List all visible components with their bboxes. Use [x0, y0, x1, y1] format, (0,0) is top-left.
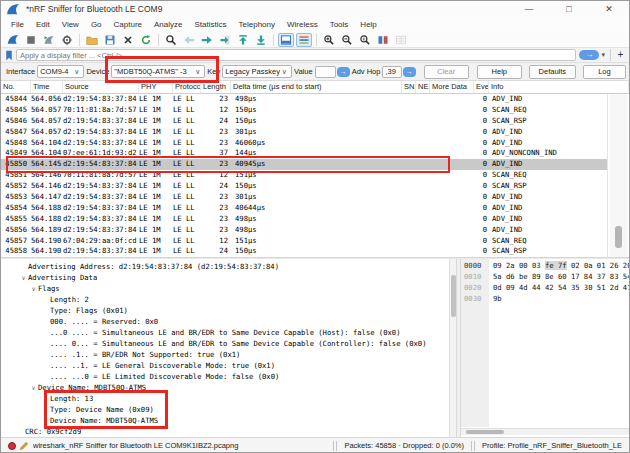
filter-bookmark-icon[interactable] — [4, 50, 14, 61]
display-filter-input[interactable] — [16, 49, 576, 61]
add-filter-button[interactable]: + — [610, 49, 626, 61]
detail-tree-item[interactable]: Device Name: MDBT50Q-ATMS — [1, 415, 456, 426]
hex-row[interactable]: 000009 2a 00 03 fe 7f 02 0a 01 26 20 — [461, 261, 629, 272]
column-header-more[interactable]: More Data — [430, 81, 474, 93]
close-file-icon[interactable] — [120, 33, 136, 47]
reload-file-icon[interactable] — [138, 33, 154, 47]
packet-list-scrollbar[interactable] — [610, 94, 627, 257]
column-header-time[interactable]: Time — [31, 81, 63, 93]
detail-tree-item[interactable]: .... 0... = Simultaneous LE and BR/EDR t… — [1, 338, 456, 349]
detail-tree-item[interactable]: Length: 13 — [1, 393, 456, 404]
scrollbar-thumb[interactable] — [615, 226, 622, 248]
device-select[interactable]: "MDBT50Q-ATMS" -3 ∨ — [111, 65, 205, 78]
table-row[interactable]: 45846564.057d2:19:54:83:37:84LE 1MLE LL2… — [1, 116, 607, 127]
tree-expander-icon[interactable]: ∨ — [29, 285, 38, 292]
detail-tree-item[interactable]: Type: Device Name (0x09) — [1, 404, 456, 415]
value-apply-button[interactable]: → — [337, 67, 350, 77]
menu-go[interactable]: Go — [85, 20, 108, 29]
detail-tree-item[interactable]: ∨Flags — [1, 283, 456, 294]
go-back-icon[interactable] — [181, 33, 197, 47]
start-capture-icon[interactable] — [5, 33, 21, 47]
table-row[interactable]: 45855564.188d2:19:54:83:37:84LE 1MLE LL2… — [1, 214, 607, 225]
log-button[interactable]: Log — [583, 65, 626, 79]
go-forward-icon[interactable] — [199, 33, 215, 47]
detail-tree-item[interactable]: .... .1.. = BR/EDR Not Supported: true (… — [1, 349, 456, 360]
go-to-packet-icon[interactable] — [217, 33, 233, 47]
display-grid-icon[interactable] — [393, 33, 409, 47]
scrollbar-thumb[interactable] — [466, 430, 504, 434]
column-header-phy[interactable]: PHY — [139, 81, 173, 93]
hex-row[interactable]: 00105a d6 be 89 8e 60 17 84 37 83 54 — [461, 272, 629, 283]
detail-tree-item[interactable]: CRC: 0x9cf2d9 — [1, 426, 456, 437]
detail-tree-item[interactable]: Length: 2 — [1, 294, 456, 305]
capture-comment-icon[interactable] — [19, 441, 29, 451]
interface-select[interactable]: COM9-4 ∨ — [37, 65, 84, 78]
table-row[interactable]: 45853564.147d2:19:54:83:37:84LE 1MLE LL2… — [1, 192, 607, 203]
advhop-input[interactable]: ,39 — [382, 66, 401, 78]
defaults-button[interactable]: Defaults — [529, 65, 576, 79]
detail-scrollbar[interactable] — [449, 259, 456, 437]
key-select[interactable]: Legacy Passkey ∨ — [222, 65, 292, 78]
detail-tree-item[interactable]: .... ...0 = LE Limited Discoverable Mode… — [1, 371, 456, 382]
menu-telephony[interactable]: Telephony — [233, 20, 281, 29]
menu-tools[interactable]: Tools — [324, 20, 355, 29]
find-packet-icon[interactable] — [163, 33, 179, 47]
minimize-button[interactable]: — — [509, 1, 549, 17]
detail-tree-item[interactable]: Advertising Address: d2:19:54:83:37:84 (… — [1, 261, 456, 272]
table-row[interactable]: 45851564.14670:11:81:8a:7d:57LE 1MLE LL1… — [1, 170, 607, 181]
column-header-proto[interactable]: Protoco — [173, 81, 201, 93]
value-input[interactable] — [315, 66, 336, 78]
save-file-icon[interactable] — [102, 33, 118, 47]
open-file-icon[interactable] — [84, 33, 100, 47]
column-header-sn[interactable]: SN — [402, 81, 416, 93]
table-row[interactable]: 45854564.188d2:19:54:83:37:84LE 1MLE LL2… — [1, 203, 607, 214]
table-row[interactable]: 45849564.10407:ee:61:1d:93:d2LE 1MLE LL3… — [1, 148, 607, 159]
zoom-out-icon[interactable] — [339, 33, 355, 47]
go-to-top-icon[interactable] — [235, 33, 251, 47]
detail-tree-item[interactable]: ∨Device Name: MDBT50Q-ATMS — [1, 382, 456, 393]
detail-tree-item[interactable]: Type: Flags (0x01) — [1, 305, 456, 316]
go-to-bottom-icon[interactable] — [253, 33, 269, 47]
expert-info-icon[interactable] — [8, 442, 16, 450]
table-row[interactable]: 45858564.190d2:19:54:83:37:84LE 1MLE LL2… — [1, 246, 607, 257]
column-header-eve[interactable]: Eve — [474, 81, 489, 93]
help-button[interactable]: Help — [477, 65, 522, 79]
menu-capture[interactable]: Capture — [108, 20, 148, 29]
column-header-src[interactable]: Source — [63, 81, 139, 93]
menu-file[interactable]: File — [5, 20, 30, 29]
detail-tree-item[interactable]: .... ..1. = LE General Discoverable Mode… — [1, 360, 456, 371]
menu-statistics[interactable]: Statistics — [189, 20, 233, 29]
hex-row[interactable]: 00309b — [461, 294, 629, 305]
table-row[interactable]: 45856564.189d2:19:54:83:37:84LE 1MLE LL2… — [1, 225, 607, 236]
tree-expander-icon[interactable]: ∨ — [19, 274, 28, 281]
column-header-len[interactable]: Length — [201, 81, 231, 93]
auto-scroll-icon[interactable] — [278, 33, 294, 47]
scrollbar-thumb[interactable] — [451, 275, 456, 317]
detail-tree-item[interactable]: ...0 .... = Simultaneous LE and BR/EDR t… — [1, 327, 456, 338]
menu-analyze[interactable]: Analyze — [148, 20, 188, 29]
restart-capture-icon[interactable] — [41, 33, 57, 47]
menu-view[interactable]: View — [56, 20, 85, 29]
table-row[interactable]: 45845564.05770:11:81:8a:7d:57LE 1MLE LL1… — [1, 105, 607, 116]
column-header-info[interactable]: Info — [489, 81, 629, 93]
table-row[interactable]: 45844564.056d2:19:54:83:37:84LE 1MLE LL2… — [1, 94, 607, 105]
table-row[interactable]: 45857564.19067:04:29:aa:0f:cdLE 1MLE LL1… — [1, 236, 607, 247]
detail-tree-item[interactable]: 000. .... = Reserved: 0x0 — [1, 316, 456, 327]
column-header-delta[interactable]: Delta time (µs end to start) — [231, 81, 402, 93]
table-row[interactable]: 45850564.145d2:19:54:83:37:84LE 1MLE LL2… — [1, 159, 607, 170]
table-row[interactable]: 45848564.104d2:19:54:83:37:84LE 1MLE LL2… — [1, 138, 607, 149]
advhop-apply-button[interactable]: → — [403, 67, 416, 77]
colorize-icon[interactable] — [296, 33, 312, 47]
clear-button[interactable]: Clear — [424, 65, 469, 79]
menu-wireless[interactable]: Wireless — [281, 20, 324, 29]
resize-columns-icon[interactable] — [375, 33, 391, 47]
hex-scrollbar[interactable] — [461, 428, 629, 435]
apply-filter-button[interactable]: → — [579, 50, 599, 60]
capture-options-icon[interactable] — [59, 33, 75, 47]
column-header-no[interactable]: No. — [1, 81, 31, 93]
menu-help[interactable]: Help — [354, 20, 382, 29]
table-row[interactable]: 45847564.057d2:19:54:83:37:84LE 1MLE LL2… — [1, 127, 607, 138]
table-row[interactable]: 45852564.146d2:19:54:83:37:84LE 1MLE LL2… — [1, 181, 607, 192]
zoom-in-icon[interactable] — [321, 33, 337, 47]
maximize-button[interactable]: □ — [549, 1, 589, 17]
